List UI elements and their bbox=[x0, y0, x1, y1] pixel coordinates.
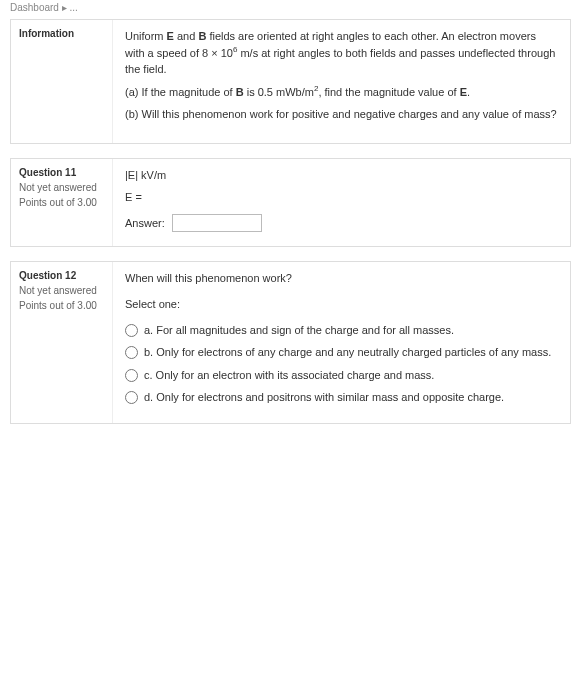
question-status: Not yet answered bbox=[19, 285, 104, 296]
info-label: Information bbox=[19, 28, 104, 39]
question-11-block: Question 11 Not yet answered Points out … bbox=[10, 158, 571, 247]
info-text: (a) If the magnitude of bbox=[125, 86, 236, 98]
option-radio-a[interactable] bbox=[125, 324, 138, 337]
info-text-bold-E: E bbox=[460, 86, 467, 98]
q11-line1: |E| kV/m bbox=[125, 167, 558, 184]
info-text-bold-E: E bbox=[167, 30, 174, 42]
option-label: d. Only for electrons and positrons with… bbox=[144, 389, 558, 406]
option-row: a. For all magnitudes and sign of the ch… bbox=[125, 319, 558, 342]
question-12-block: Question 12 Not yet answered Points out … bbox=[10, 261, 571, 424]
info-text: . bbox=[467, 86, 470, 98]
option-radio-b[interactable] bbox=[125, 346, 138, 359]
info-text: Uniform bbox=[125, 30, 167, 42]
option-radio-c[interactable] bbox=[125, 369, 138, 382]
option-label: c. Only for an electron with its associa… bbox=[144, 367, 558, 384]
option-row: b. Only for electrons of any charge and … bbox=[125, 341, 558, 364]
select-one-label: Select one: bbox=[125, 296, 558, 313]
question-status: Not yet answered bbox=[19, 182, 104, 193]
info-text: , find the magnitude value of bbox=[318, 86, 459, 98]
question-points: Points out of 3.00 bbox=[19, 300, 104, 311]
info-text: (b) Will this phenomenon work for positi… bbox=[125, 106, 558, 123]
q12-prompt: When will this phenomenon work? bbox=[125, 270, 558, 287]
option-row: c. Only for an electron with its associa… bbox=[125, 364, 558, 387]
info-content: Uniform E and B fields are oriented at r… bbox=[113, 20, 570, 143]
question-title: Question 12 bbox=[19, 270, 104, 281]
option-label: a. For all magnitudes and sign of the ch… bbox=[144, 322, 558, 339]
info-text: is 0.5 mWb/m bbox=[244, 86, 314, 98]
option-radio-d[interactable] bbox=[125, 391, 138, 404]
info-text-bold-B: B bbox=[236, 86, 244, 98]
info-text: and bbox=[174, 30, 198, 42]
breadcrumb: Dashboard ▸ ... bbox=[10, 0, 571, 19]
question-title: Question 11 bbox=[19, 167, 104, 178]
question-points: Points out of 3.00 bbox=[19, 197, 104, 208]
answer-input[interactable] bbox=[172, 214, 262, 232]
q11-line2: E = bbox=[125, 189, 558, 206]
answer-label: Answer: bbox=[125, 217, 165, 229]
option-label: b. Only for electrons of any charge and … bbox=[144, 344, 558, 361]
information-block: Information Uniform E and B fields are o… bbox=[10, 19, 571, 144]
option-row: d. Only for electrons and positrons with… bbox=[125, 386, 558, 409]
